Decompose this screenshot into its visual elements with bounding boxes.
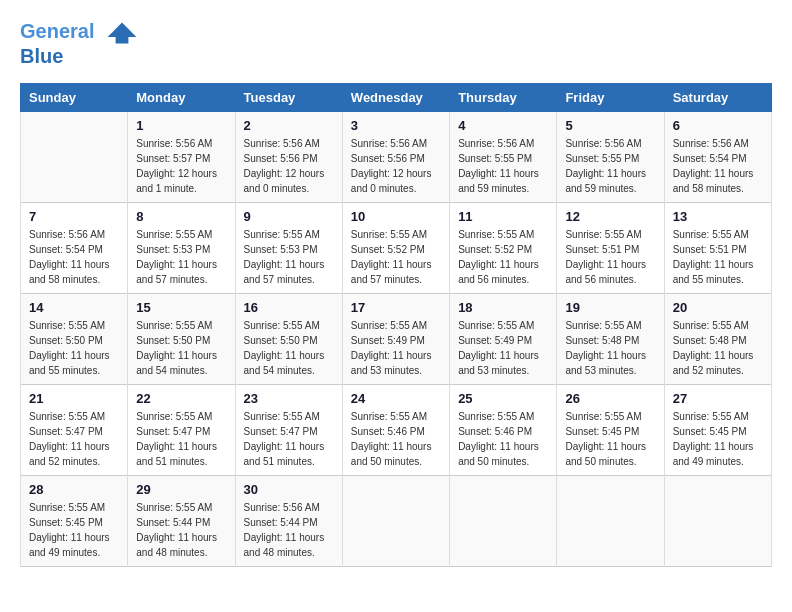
day-info: Sunrise: 5:55 AMSunset: 5:49 PMDaylight:… [351,318,441,378]
svg-marker-0 [108,22,137,43]
day-info: Sunrise: 5:55 AMSunset: 5:47 PMDaylight:… [136,409,226,469]
day-info: Sunrise: 5:55 AMSunset: 5:45 PMDaylight:… [29,500,119,560]
day-info: Sunrise: 5:56 AMSunset: 5:57 PMDaylight:… [136,136,226,196]
column-header-tuesday: Tuesday [235,83,342,111]
day-info: Sunrise: 5:56 AMSunset: 5:56 PMDaylight:… [351,136,441,196]
day-info: Sunrise: 5:55 AMSunset: 5:46 PMDaylight:… [351,409,441,469]
day-info: Sunrise: 5:56 AMSunset: 5:55 PMDaylight:… [458,136,548,196]
day-cell [664,475,771,566]
day-info: Sunrise: 5:56 AMSunset: 5:54 PMDaylight:… [673,136,763,196]
day-cell: 21Sunrise: 5:55 AMSunset: 5:47 PMDayligh… [21,384,128,475]
day-info: Sunrise: 5:55 AMSunset: 5:51 PMDaylight:… [673,227,763,287]
day-number: 22 [136,391,226,406]
day-cell: 5Sunrise: 5:56 AMSunset: 5:55 PMDaylight… [557,111,664,202]
week-row-5: 28Sunrise: 5:55 AMSunset: 5:45 PMDayligh… [21,475,772,566]
day-info: Sunrise: 5:55 AMSunset: 5:47 PMDaylight:… [244,409,334,469]
day-cell [342,475,449,566]
day-info: Sunrise: 5:55 AMSunset: 5:45 PMDaylight:… [673,409,763,469]
day-info: Sunrise: 5:55 AMSunset: 5:51 PMDaylight:… [565,227,655,287]
day-cell: 7Sunrise: 5:56 AMSunset: 5:54 PMDaylight… [21,202,128,293]
column-header-friday: Friday [557,83,664,111]
day-cell [21,111,128,202]
day-cell: 22Sunrise: 5:55 AMSunset: 5:47 PMDayligh… [128,384,235,475]
week-row-2: 7Sunrise: 5:56 AMSunset: 5:54 PMDaylight… [21,202,772,293]
day-number: 4 [458,118,548,133]
header-row: SundayMondayTuesdayWednesdayThursdayFrid… [21,83,772,111]
day-info: Sunrise: 5:56 AMSunset: 5:56 PMDaylight:… [244,136,334,196]
column-header-saturday: Saturday [664,83,771,111]
day-info: Sunrise: 5:55 AMSunset: 5:50 PMDaylight:… [244,318,334,378]
day-cell: 2Sunrise: 5:56 AMSunset: 5:56 PMDaylight… [235,111,342,202]
column-header-wednesday: Wednesday [342,83,449,111]
day-number: 13 [673,209,763,224]
day-number: 6 [673,118,763,133]
day-number: 20 [673,300,763,315]
logo-text: General Blue [20,20,140,67]
day-number: 2 [244,118,334,133]
day-number: 9 [244,209,334,224]
day-cell: 28Sunrise: 5:55 AMSunset: 5:45 PMDayligh… [21,475,128,566]
day-number: 12 [565,209,655,224]
week-row-1: 1Sunrise: 5:56 AMSunset: 5:57 PMDaylight… [21,111,772,202]
day-number: 8 [136,209,226,224]
day-number: 27 [673,391,763,406]
column-header-monday: Monday [128,83,235,111]
week-row-4: 21Sunrise: 5:55 AMSunset: 5:47 PMDayligh… [21,384,772,475]
week-row-3: 14Sunrise: 5:55 AMSunset: 5:50 PMDayligh… [21,293,772,384]
column-header-thursday: Thursday [450,83,557,111]
column-header-sunday: Sunday [21,83,128,111]
day-number: 15 [136,300,226,315]
day-cell: 16Sunrise: 5:55 AMSunset: 5:50 PMDayligh… [235,293,342,384]
day-cell: 30Sunrise: 5:56 AMSunset: 5:44 PMDayligh… [235,475,342,566]
day-number: 11 [458,209,548,224]
day-cell: 27Sunrise: 5:55 AMSunset: 5:45 PMDayligh… [664,384,771,475]
day-number: 3 [351,118,441,133]
day-cell: 6Sunrise: 5:56 AMSunset: 5:54 PMDaylight… [664,111,771,202]
day-cell [450,475,557,566]
day-number: 17 [351,300,441,315]
day-number: 19 [565,300,655,315]
day-cell: 18Sunrise: 5:55 AMSunset: 5:49 PMDayligh… [450,293,557,384]
day-number: 29 [136,482,226,497]
day-number: 16 [244,300,334,315]
day-info: Sunrise: 5:55 AMSunset: 5:50 PMDaylight:… [136,318,226,378]
day-info: Sunrise: 5:56 AMSunset: 5:55 PMDaylight:… [565,136,655,196]
day-info: Sunrise: 5:55 AMSunset: 5:48 PMDaylight:… [673,318,763,378]
day-cell: 15Sunrise: 5:55 AMSunset: 5:50 PMDayligh… [128,293,235,384]
day-cell: 24Sunrise: 5:55 AMSunset: 5:46 PMDayligh… [342,384,449,475]
day-info: Sunrise: 5:55 AMSunset: 5:46 PMDaylight:… [458,409,548,469]
day-number: 1 [136,118,226,133]
day-cell: 8Sunrise: 5:55 AMSunset: 5:53 PMDaylight… [128,202,235,293]
day-info: Sunrise: 5:55 AMSunset: 5:50 PMDaylight:… [29,318,119,378]
day-number: 30 [244,482,334,497]
day-info: Sunrise: 5:55 AMSunset: 5:52 PMDaylight:… [351,227,441,287]
day-cell: 19Sunrise: 5:55 AMSunset: 5:48 PMDayligh… [557,293,664,384]
page-header: General Blue [20,20,772,67]
day-cell: 17Sunrise: 5:55 AMSunset: 5:49 PMDayligh… [342,293,449,384]
day-info: Sunrise: 5:55 AMSunset: 5:53 PMDaylight:… [136,227,226,287]
day-cell: 4Sunrise: 5:56 AMSunset: 5:55 PMDaylight… [450,111,557,202]
day-info: Sunrise: 5:55 AMSunset: 5:48 PMDaylight:… [565,318,655,378]
day-info: Sunrise: 5:55 AMSunset: 5:47 PMDaylight:… [29,409,119,469]
day-info: Sunrise: 5:55 AMSunset: 5:53 PMDaylight:… [244,227,334,287]
day-number: 18 [458,300,548,315]
day-number: 14 [29,300,119,315]
day-info: Sunrise: 5:56 AMSunset: 5:54 PMDaylight:… [29,227,119,287]
logo: General Blue [20,20,140,67]
day-info: Sunrise: 5:56 AMSunset: 5:44 PMDaylight:… [244,500,334,560]
day-info: Sunrise: 5:55 AMSunset: 5:52 PMDaylight:… [458,227,548,287]
day-number: 28 [29,482,119,497]
day-cell: 14Sunrise: 5:55 AMSunset: 5:50 PMDayligh… [21,293,128,384]
day-cell: 3Sunrise: 5:56 AMSunset: 5:56 PMDaylight… [342,111,449,202]
day-number: 7 [29,209,119,224]
calendar-table: SundayMondayTuesdayWednesdayThursdayFrid… [20,83,772,567]
day-info: Sunrise: 5:55 AMSunset: 5:49 PMDaylight:… [458,318,548,378]
day-cell: 1Sunrise: 5:56 AMSunset: 5:57 PMDaylight… [128,111,235,202]
day-number: 23 [244,391,334,406]
day-cell: 12Sunrise: 5:55 AMSunset: 5:51 PMDayligh… [557,202,664,293]
day-number: 10 [351,209,441,224]
day-number: 24 [351,391,441,406]
day-cell: 20Sunrise: 5:55 AMSunset: 5:48 PMDayligh… [664,293,771,384]
day-cell: 10Sunrise: 5:55 AMSunset: 5:52 PMDayligh… [342,202,449,293]
day-info: Sunrise: 5:55 AMSunset: 5:45 PMDaylight:… [565,409,655,469]
